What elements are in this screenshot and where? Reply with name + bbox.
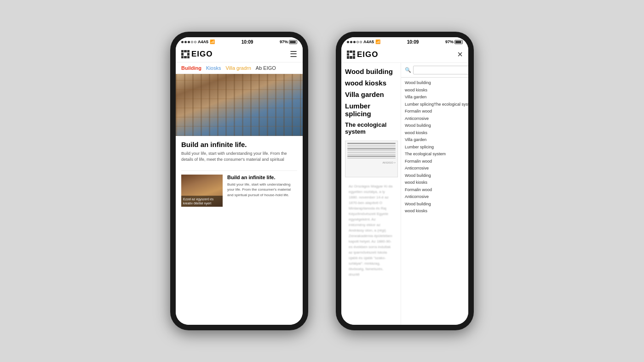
- menu-left-panel: Wood building wood kiosks Villa garden L…: [341, 63, 401, 325]
- battery-fill-1: [290, 41, 296, 43]
- content-area-1: Build an infinite life. Build your life,…: [176, 74, 303, 325]
- status-left-1: A4A5 📶: [181, 40, 215, 44]
- carrier-label-2: A4A5: [363, 40, 374, 44]
- result-18[interactable]: wood kiosks: [405, 208, 468, 215]
- battery-area-2: 97%: [445, 40, 463, 44]
- result-0[interactable]: Wood building: [405, 79, 468, 87]
- dot-1: [181, 41, 184, 43]
- carrier-label: A4A5: [198, 40, 208, 44]
- nav-villa[interactable]: Villa gradrn: [225, 65, 251, 71]
- logo-icon-1: [181, 50, 190, 58]
- nav-kiosks[interactable]: Kiosks: [206, 65, 221, 71]
- close-button[interactable]: ×: [457, 49, 463, 60]
- tl6: [347, 152, 396, 153]
- phone-2: A4A5 📶 10:09 97% EIGO ×: [336, 32, 474, 330]
- dot-23: [353, 41, 356, 43]
- result-14[interactable]: wood kiosks: [405, 179, 468, 187]
- result-12[interactable]: Anticorrosive: [405, 165, 468, 172]
- dot-22: [350, 41, 352, 43]
- search-box: 🔍: [401, 63, 468, 78]
- tl9: [347, 158, 396, 158]
- menu-item-3[interactable]: Lumber splicing: [345, 102, 397, 118]
- second-article-row: Ezzel az egyszerű és kreatív ötlettel ny…: [176, 175, 303, 211]
- main-article-title: Build an infinite life.: [181, 141, 297, 148]
- result-17[interactable]: Wood building: [405, 201, 468, 208]
- result-15[interactable]: Formalin wood: [405, 187, 468, 194]
- second-article-text: Build your life, start with understandin…: [227, 182, 297, 198]
- result-3[interactable]: Lumber splicingThe ecological system: [405, 101, 468, 108]
- phone-1-screen: A4A5 📶 10:09 97% EIGO ☰: [176, 37, 303, 325]
- status-bar-2: A4A5 📶 10:09 97%: [341, 37, 468, 46]
- signal-dots: [181, 41, 196, 43]
- dot-5: [194, 41, 196, 43]
- battery-fill-2: [455, 41, 461, 43]
- blurred-text: Az Országos Magyar Ki da egyetlen osztál…: [345, 181, 397, 280]
- result-10[interactable]: The ecological system: [405, 151, 468, 158]
- tl1: [347, 143, 396, 144]
- logo-text-1: EIGO: [191, 50, 213, 59]
- status-bar-1: A4A5 📶 10:09 97%: [176, 37, 303, 46]
- result-7[interactable]: wood kiosks: [405, 130, 468, 137]
- dot-25: [360, 41, 362, 43]
- tl4: [347, 148, 396, 149]
- result-13[interactable]: Wood building: [405, 172, 468, 180]
- time-display-1: 10:09: [242, 40, 253, 45]
- logo-2: EIGO: [347, 50, 379, 59]
- wifi-icon: 📶: [210, 40, 215, 44]
- menu-overlay-panel: Wood building wood kiosks Villa garden L…: [341, 63, 468, 325]
- tl8: [347, 156, 396, 157]
- time-display-2: 10:09: [407, 40, 419, 45]
- result-16[interactable]: Anticorrosive: [405, 193, 468, 201]
- main-article-text: Build your life, start with understandin…: [181, 151, 297, 162]
- battery-pct-1: 97%: [280, 40, 288, 44]
- dot-4: [191, 41, 193, 43]
- menu-item-0[interactable]: Wood building: [345, 68, 397, 75]
- menu-item-2[interactable]: Villa garden: [345, 90, 397, 98]
- logo-1: EIGO: [181, 50, 213, 59]
- battery-icon-2: [454, 40, 463, 44]
- result-2[interactable]: Villa garden: [405, 94, 468, 101]
- tl7: [347, 154, 396, 155]
- menu-thumbnail: All EIGO >: [345, 141, 398, 177]
- result-5[interactable]: Anticorrosive: [405, 115, 468, 123]
- tl5: [347, 150, 396, 151]
- result-6[interactable]: Wood building: [405, 122, 468, 130]
- result-11[interactable]: Formalin wood: [405, 158, 468, 165]
- battery-area-1: 97%: [280, 40, 297, 44]
- signal-dots-2: [347, 41, 362, 43]
- menu-item-1[interactable]: wood kiosks: [345, 79, 397, 87]
- result-9[interactable]: Lumber splicing: [405, 144, 468, 151]
- article-thumbnail: Ezzel az egyszerű és kreatív ötlettel ny…: [181, 175, 223, 207]
- battery-icon-1: [289, 40, 297, 44]
- menu-item-4[interactable]: The ecological system: [345, 121, 397, 135]
- menu-thumb-content: All EIGO >: [345, 141, 397, 177]
- menu-right-panel: 🔍 Wood building wood kiosks Villa garden…: [401, 63, 468, 325]
- hamburger-menu[interactable]: ☰: [290, 49, 297, 59]
- dot-2: [184, 41, 187, 43]
- hero-image: [176, 74, 303, 136]
- nav-abeigo[interactable]: Ab EIGO: [256, 65, 276, 71]
- logo-text-2: EIGO: [357, 50, 379, 59]
- nav-tabs-1: Building Kiosks Villa gradrn Ab EIGO: [176, 62, 303, 74]
- result-8[interactable]: Villa garden: [405, 136, 468, 144]
- tl3: [347, 147, 396, 147]
- wifi-icon-2: 📶: [375, 40, 380, 44]
- phone-1: A4A5 📶 10:09 97% EIGO ☰: [170, 32, 308, 330]
- status-left-2: A4A5 📶: [347, 40, 380, 44]
- divider-1: [181, 170, 297, 171]
- tl2: [347, 145, 396, 146]
- search-input[interactable]: [413, 66, 468, 74]
- second-article-title: Build an infinite life.: [227, 175, 297, 180]
- result-4[interactable]: Formalin wood: [405, 108, 468, 115]
- nav-building[interactable]: Building: [181, 65, 201, 71]
- wood-overlay: [176, 74, 303, 136]
- result-1[interactable]: wood kiosks: [405, 87, 468, 94]
- app-header-1: EIGO ☰: [176, 46, 303, 62]
- app-header-2: EIGO ×: [341, 46, 468, 63]
- dot-21: [347, 41, 349, 43]
- search-results-list: Wood building wood kiosks Villa garden L…: [401, 78, 468, 325]
- dot-3: [188, 41, 190, 43]
- thumb-label: All EIGO >: [347, 161, 396, 164]
- main-article: Build an infinite life. Build your life,…: [176, 136, 303, 167]
- battery-pct-2: 97%: [445, 40, 454, 44]
